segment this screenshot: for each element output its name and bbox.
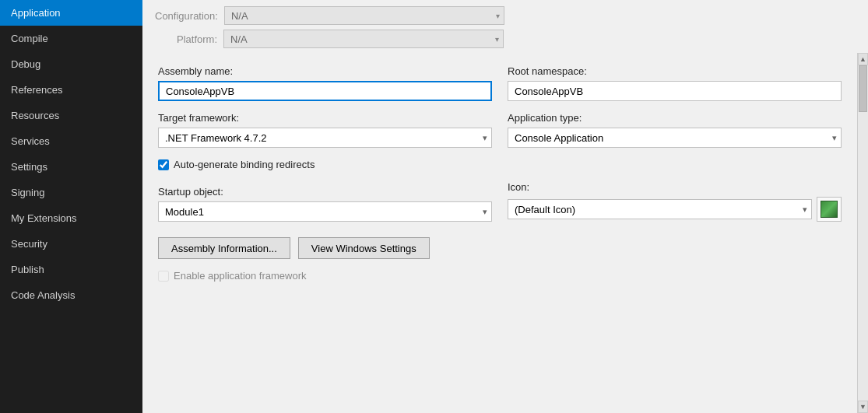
root-namespace-label: Root namespace: (508, 65, 842, 77)
sidebar-item-compile[interactable]: Compile (0, 26, 142, 51)
application-type-label: Application type: (508, 112, 842, 124)
icon-select-wrap: (Default Icon) (508, 199, 812, 219)
sidebar-item-my-extensions[interactable]: My Extensions (0, 205, 142, 231)
assembly-name-group: Assembly name: (158, 65, 492, 101)
platform-row: Platform: N/A (155, 30, 856, 48)
scrollbar-down-button[interactable]: ▼ (858, 401, 868, 413)
enable-framework-checkbox[interactable] (158, 271, 169, 282)
icon-preview[interactable] (817, 197, 842, 222)
sidebar-item-services[interactable]: Services (0, 128, 142, 154)
scrollbar-thumb[interactable] (859, 65, 867, 112)
application-type-select-wrap: Console Application (508, 128, 842, 148)
main-panel: Configuration: N/A Platform: N/A Assembl… (142, 0, 868, 413)
assembly-information-button[interactable]: Assembly Information... (158, 237, 290, 259)
configuration-label: Configuration: (155, 10, 218, 22)
sidebar-item-references[interactable]: References (0, 77, 142, 103)
application-type-select[interactable]: Console Application (508, 128, 842, 148)
target-framework-select-wrap: .NET Framework 4.7.2 (158, 128, 492, 148)
view-windows-settings-button[interactable]: View Windows Settings (298, 237, 430, 259)
sidebar-item-publish[interactable]: Publish (0, 257, 142, 282)
content-area: Assembly name: Root namespace: Target fr… (142, 53, 868, 413)
platform-select-wrap: N/A (223, 30, 504, 48)
target-framework-select[interactable]: .NET Framework 4.7.2 (158, 128, 492, 148)
sidebar-item-settings[interactable]: Settings (0, 154, 142, 180)
configuration-select-wrap: N/A (224, 6, 504, 25)
startup-object-label: Startup object: (158, 186, 492, 198)
framework-type-row: Target framework: .NET Framework 4.7.2 A… (158, 112, 842, 148)
root-namespace-group: Root namespace: (508, 65, 842, 101)
enable-framework-row: Enable application framework (158, 270, 842, 282)
sidebar-item-security[interactable]: Security (0, 231, 142, 257)
startup-object-group: Startup object: Module1 (158, 186, 492, 222)
startup-object-select[interactable]: Module1 (158, 201, 492, 222)
startup-object-select-wrap: Module1 (158, 201, 492, 222)
target-framework-group: Target framework: .NET Framework 4.7.2 (158, 112, 492, 148)
root-namespace-input[interactable] (508, 81, 842, 101)
sidebar-item-resources[interactable]: Resources (0, 103, 142, 128)
scrollbar-track[interactable] (858, 65, 868, 401)
assembly-name-input[interactable] (158, 81, 492, 101)
sidebar-item-signing[interactable]: Signing (0, 180, 142, 205)
platform-select[interactable]: N/A (223, 30, 504, 48)
icon-label: Icon: (508, 181, 842, 193)
scrollbar-up-button[interactable]: ▲ (858, 53, 868, 65)
configuration-row: Configuration: N/A (155, 6, 856, 25)
icon-select[interactable]: (Default Icon) (508, 199, 812, 219)
startup-icon-row: Startup object: Module1 Icon: (Default I… (158, 181, 842, 222)
application-type-group: Application type: Console Application (508, 112, 842, 148)
configuration-select[interactable]: N/A (224, 6, 504, 25)
auto-generate-checkbox[interactable] (158, 159, 169, 170)
auto-generate-row: Auto-generate binding redirects (158, 159, 842, 170)
sidebar: Application Compile Debug References Res… (0, 0, 142, 413)
sidebar-item-debug[interactable]: Debug (0, 51, 142, 77)
icon-group: Icon: (Default Icon) (508, 181, 842, 222)
icon-select-row: (Default Icon) (508, 197, 842, 222)
auto-generate-label: Auto-generate binding redirects (174, 159, 315, 170)
sidebar-item-code-analysis[interactable]: Code Analysis (0, 282, 142, 308)
platform-label: Platform: (155, 33, 217, 45)
sidebar-item-application[interactable]: Application (0, 0, 142, 26)
icon-inner-image (821, 201, 838, 218)
scrollbar[interactable]: ▲ ▼ (857, 53, 868, 413)
content-main: Assembly name: Root namespace: Target fr… (142, 53, 857, 413)
assembly-name-label: Assembly name: (158, 65, 492, 77)
config-area: Configuration: N/A Platform: N/A (142, 0, 868, 53)
target-framework-label: Target framework: (158, 112, 492, 124)
assembly-namespace-row: Assembly name: Root namespace: (158, 65, 842, 101)
button-row: Assembly Information... View Windows Set… (158, 237, 842, 259)
enable-framework-label: Enable application framework (174, 270, 307, 282)
